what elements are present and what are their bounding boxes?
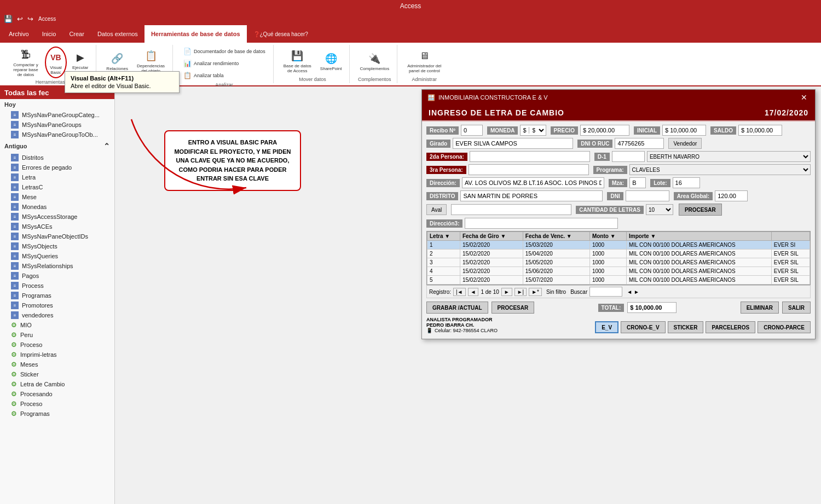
sidebar-item-peru[interactable]: ⚙ Peru	[0, 330, 114, 340]
distrito-input[interactable]	[460, 190, 603, 201]
sidebar-item-pagos[interactable]: ≡ Pagos	[0, 271, 114, 281]
sidebar-item-msysobjects[interactable]: ≡ MSysObjects	[0, 241, 114, 251]
col-monto: Monto ▼	[589, 232, 626, 241]
sidebar-item-letra[interactable]: ≡ Letra	[0, 172, 114, 182]
vendedor-btn[interactable]: Vendedor	[668, 138, 702, 149]
aval-input[interactable]	[451, 204, 571, 215]
collapse-old-btn[interactable]: ⌃	[103, 142, 110, 150]
relaciones-btn[interactable]: 🔗 Relaciones	[103, 50, 131, 72]
sidebar-item-msysnavpane1[interactable]: ≡ MSysNavPaneGroupCateg...	[0, 110, 114, 120]
sidebar-item-procesando[interactable]: ⚙ Procesando	[0, 389, 114, 399]
sidebar-item-mese[interactable]: ≡ Mese	[0, 192, 114, 202]
form-close-btn[interactable]: ✕	[799, 93, 810, 102]
sidebar-item-monedas[interactable]: ≡ Monedas	[0, 202, 114, 212]
table-row[interactable]: 1 15/02/2020 15/03/2020 1000 MIL CON 00/…	[427, 241, 810, 250]
tercera-persona-input[interactable]	[469, 164, 589, 175]
mza-input[interactable]	[629, 177, 646, 188]
d1-input[interactable]	[612, 151, 645, 162]
sidebar-item-programas2[interactable]: ⚙ Programas	[0, 409, 114, 419]
dni2-input[interactable]	[626, 190, 669, 201]
aval-btn[interactable]: Aval	[426, 204, 447, 215]
tab-inicio[interactable]: Inicio	[36, 25, 63, 43]
moneda-select[interactable]: $	[529, 125, 546, 135]
table-row[interactable]: 4 15/02/2020 15/06/2020 1000 MIL CON 00/…	[427, 267, 810, 276]
sidebar-item-programas[interactable]: ≡ Programas	[0, 291, 114, 300]
tab-datos-externos[interactable]: Datos externos	[91, 25, 144, 43]
sidebar-item-letra-cambio[interactable]: ⚙ Letra de Cambio	[0, 379, 114, 389]
save-quick-btn[interactable]: 💾	[2, 15, 14, 23]
precio-input[interactable]	[580, 125, 629, 136]
programa-dropdown[interactable]: CLAVELES	[629, 164, 811, 175]
tab-ayuda[interactable]: ❓ ¿Qué desea hacer?	[247, 25, 315, 43]
sidebar-item-msysqueries[interactable]: ≡ MSysQueries	[0, 251, 114, 261]
visual-basic-btn[interactable]: VB VisualBasic	[45, 47, 67, 78]
sidebar-item-msysnavpane3[interactable]: ≡ MSysNavPaneGroupToOb...	[0, 130, 114, 140]
table-row[interactable]: 3 15/02/2020 15/05/2020 1000 MIL CON 00/…	[427, 258, 810, 267]
cantidad-letras-select[interactable]: 10	[646, 204, 673, 215]
sidebar-item-sticker[interactable]: ⚙ Sticker	[0, 369, 114, 379]
panel-control-btn[interactable]: 🖥 Administrador delpanel de control	[404, 47, 444, 74]
sidebar-item-vendedores[interactable]: ≡ vendedores	[0, 310, 114, 320]
girado-input[interactable]	[453, 138, 573, 149]
nav-last-btn[interactable]: ►|	[514, 288, 527, 296]
analizar-tabla-icon: 📋	[183, 71, 192, 80]
segunda-persona-input[interactable]	[470, 151, 590, 162]
direccion-input[interactable]	[462, 177, 604, 188]
sidebar-item-mio[interactable]: ⚙ MIO	[0, 320, 114, 330]
redo-quick-btn[interactable]: ↪	[26, 15, 35, 23]
crono-parce-btn[interactable]: CRONO-PARCE	[758, 321, 811, 333]
sharepoint-btn[interactable]: 🌐 SharePoint	[317, 50, 345, 72]
table-row[interactable]: 2 15/02/2020 15/04/2020 1000 MIL CON 00/…	[427, 250, 810, 258]
sidebar-item-imprimi[interactable]: ⚙ Imprimi-letras	[0, 350, 114, 360]
sidebar-item-msysaccess[interactable]: ≡ MSysAccessStorage	[0, 212, 114, 222]
sticker-btn[interactable]: STICKER	[668, 321, 704, 333]
procesar-btn[interactable]: PROCESAR	[679, 204, 722, 216]
buscar-input[interactable]	[589, 287, 622, 297]
analizar-tabla-btn[interactable]: 📋 Analizar tabla	[180, 70, 227, 81]
compactar-btn[interactable]: 🗜 Compactar y reparar base de datos	[9, 46, 43, 78]
tab-archivo[interactable]: Archivo	[2, 25, 36, 43]
sidebar-item-meses[interactable]: ⚙ Meses	[0, 360, 114, 369]
direccion3-input[interactable]	[465, 218, 618, 229]
inicial-input[interactable]	[662, 125, 706, 136]
complementos-btn[interactable]: 🔌 Complementos	[356, 50, 392, 72]
rendimiento-btn[interactable]: 📊 Analizar rendimiento	[180, 58, 242, 69]
sidebar-item-msysaces[interactable]: ≡ MSysACEs	[0, 222, 114, 231]
d1-dropdown[interactable]: EBERTH NAVARRO	[647, 151, 811, 162]
sidebar-item-letrasc[interactable]: ≡ LetrasC	[0, 182, 114, 192]
total-input[interactable]	[627, 302, 677, 313]
undo-quick-btn[interactable]: ↩	[15, 15, 25, 23]
saldo-input[interactable]	[738, 125, 782, 136]
sidebar-item-msysnavpane2[interactable]: ≡ MSysNavPaneGroups	[0, 120, 114, 130]
nav-prev-btn[interactable]: ◄	[468, 288, 479, 296]
ev-btn[interactable]: E_V	[595, 321, 618, 333]
nav-new-btn[interactable]: ►*	[529, 288, 542, 296]
base-datos-access-btn[interactable]: 💾 Base de datosde Access	[280, 47, 315, 74]
sidebar-item-msysrel[interactable]: ≡ MSysRelationships	[0, 261, 114, 271]
sidebar-item-process[interactable]: ≡ Process	[0, 281, 114, 291]
sidebar-item-promotores[interactable]: ≡ Promotores	[0, 300, 114, 310]
sidebar-item-distritos[interactable]: ≡ Distritos	[0, 153, 114, 163]
salir-btn[interactable]: SALIR	[782, 302, 811, 314]
tab-crear[interactable]: Crear	[62, 25, 91, 43]
crono-ev-btn[interactable]: CRONO-E_V	[621, 321, 665, 333]
row2-girado: EVER SIL	[771, 250, 810, 258]
lote-input[interactable]	[673, 177, 700, 188]
documentador-btn[interactable]: 📄 Documentador de base de datos	[180, 46, 269, 57]
parceleros-btn[interactable]: PARCELEROS	[706, 321, 755, 333]
eliminar-btn[interactable]: ELIMINAR	[741, 302, 779, 314]
table-row[interactable]: 5 15/02/2020 15/07/2020 1000 MIL CON 00/…	[427, 276, 810, 285]
recibo-input[interactable]	[461, 125, 483, 136]
tab-herramientas[interactable]: Herramientas de base de datos	[144, 25, 247, 43]
grabar-actual-btn[interactable]: GRABAR /ACTUAL	[426, 302, 488, 314]
sidebar-item-proceso2[interactable]: ⚙ Proceso	[0, 399, 114, 409]
sidebar-item-proceso[interactable]: ⚙ Proceso	[0, 340, 114, 350]
nav-next-btn[interactable]: ►	[501, 288, 512, 296]
sidebar-item-errores[interactable]: ≡ Errores de pegado	[0, 163, 114, 172]
procesar2-btn[interactable]: PROCESAR	[492, 302, 535, 314]
area-global-input[interactable]	[715, 190, 748, 201]
dependencias-btn[interactable]: 📋 Dependenciasdel objeto	[134, 47, 168, 74]
dni-ruc-input[interactable]	[615, 138, 664, 149]
nav-first-btn[interactable]: |◄	[453, 288, 466, 296]
sidebar-item-msysnavobj[interactable]: ≡ MSysNavPaneObjectIDs	[0, 231, 114, 241]
